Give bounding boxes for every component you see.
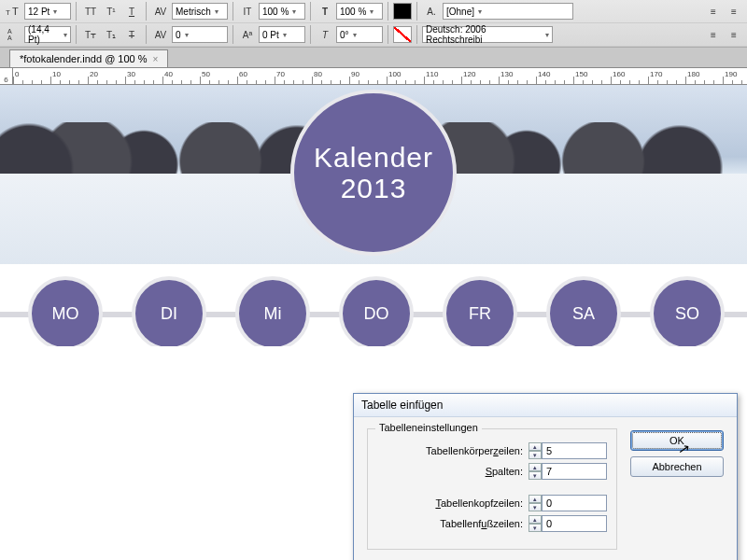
ruler-mark: 180 [687,70,699,78]
ruler-mark: 60 [239,70,247,78]
superscript-icon[interactable]: T¹ [102,3,120,20]
align-left-icon[interactable]: ≡ [704,3,723,20]
skew-icon: T [316,26,334,43]
title-line2: 2013 [341,173,407,203]
vscale-field[interactable]: 100 % [259,3,305,20]
underline-icon[interactable]: T [122,3,141,20]
spinner-up-icon[interactable]: ▴ [529,515,542,524]
ruler-mark: 110 [426,70,438,78]
stroke-swatch[interactable] [393,26,412,43]
align-center-icon[interactable]: ≡ [725,3,743,20]
close-icon[interactable]: × [153,54,159,64]
weekday-circle: Mi [235,276,310,351]
ruler-mark: 40 [164,70,173,78]
spinner-down-icon[interactable]: ▾ [529,503,542,511]
ruler-mark: 160 [613,70,625,78]
foot-rows-label: Tabellenfußzeilen: [440,518,523,529]
strikethrough-icon[interactable]: T [122,26,141,43]
spinner-down-icon[interactable]: ▾ [529,451,542,459]
spinner-down-icon[interactable]: ▾ [529,471,542,480]
ruler-mark: 10 [52,70,61,78]
foot-rows-input[interactable] [542,515,607,532]
table-settings-group: Tabelleneinstellungen Tabellenkörperzeil… [367,428,617,550]
svg-text:A: A [7,35,12,41]
spinner-up-icon[interactable]: ▴ [529,495,542,503]
weekday-circle: DI [132,276,206,351]
ruler-mark: 190 [725,70,737,78]
dialog-title: Tabelle einfügen [354,394,737,417]
leading-field[interactable]: (14,4 Pt) [24,26,71,43]
align2-icon[interactable]: ≡ [704,26,723,43]
weekday-circle: FR [443,276,517,351]
cols-input[interactable] [542,463,607,480]
spinner-down-icon[interactable]: ▾ [529,524,542,532]
ruler-mark: 140 [538,70,550,78]
font-size-icon: TT [4,3,22,20]
ruler-mark: 0 [15,70,19,78]
ruler-mark: 170 [650,70,662,78]
title-line1: Kalender [314,142,433,173]
title-circle: Kalender 2013 [290,90,457,256]
font-size-field[interactable]: 12 Pt [24,3,71,20]
weekday-circle: MO [28,276,103,351]
ruler-mark: 30 [127,70,135,78]
group-legend: Tabelleneinstellungen [375,422,482,433]
head-rows-label: Tabellenkopfzeilen: [435,497,523,509]
ruler-mark: 150 [575,70,587,78]
hscale-icon: T [316,3,334,20]
cols-label: Spalten: [486,466,523,477]
language-field[interactable]: Deutsch: 2006 Rechtschreibi [422,26,553,43]
tracking-field[interactable]: 0 [172,26,228,43]
svg-text:T: T [6,8,10,17]
fill-swatch[interactable] [393,3,412,20]
ruler-mark: 80 [314,70,322,78]
svg-text:T: T [12,6,19,17]
horizontal-ruler: 6 01020304050607080901001101201301401501… [0,68,747,85]
svg-text:A: A [7,28,12,35]
leading-icon: AA [4,26,22,43]
baseline-field[interactable]: 0 Pt [259,26,305,43]
skew-field[interactable]: 0° [336,26,383,43]
hscale-field[interactable]: 100 % [336,3,383,20]
ruler-mark: 100 [388,70,401,78]
align3-icon[interactable]: ≡ [725,26,743,43]
document-tab[interactable]: *fotokalender.indd @ 100 % × [9,49,168,67]
weekday-circle: SA [546,276,621,351]
ruler-mark: 90 [351,70,359,78]
tab-title: *fotokalender.indd @ 100 % [20,53,148,64]
head-rows-input[interactable] [542,495,607,511]
body-rows-input[interactable] [542,442,607,459]
ruler-mark: 130 [500,70,513,78]
allcaps-icon[interactable]: TT [81,3,100,20]
ruler-mark: 120 [463,70,475,78]
vscale-icon: IT [238,3,257,20]
cursor-icon [679,443,694,458]
char-style-field[interactable]: [Ohne] [443,3,573,20]
control-panel: TT 12 Pt TT T¹ T A͏V Metrisch IT 100 % T… [0,0,747,48]
weekday-circle: SO [650,276,725,351]
baseline-icon: Aª [238,26,257,43]
smallcaps-icon[interactable]: Tᴛ [81,26,100,43]
spinner-up-icon[interactable]: ▴ [529,442,542,451]
body-rows-label: Tabellenkörperzeilen: [426,445,523,456]
insert-table-dialog: Tabelle einfügen Tabelleneinstellungen T… [353,393,738,560]
kerning-icon: A͏V [151,3,170,20]
kerning-field[interactable]: Metrisch [172,3,228,20]
ruler-mark: 50 [202,70,210,78]
tracking-icon: AV [151,26,170,43]
char-style-icon: A. [422,3,441,20]
spinner-up-icon[interactable]: ▴ [529,463,542,471]
weekday-circle: DO [339,276,414,351]
document-canvas[interactable]: Kalender 2013 MODIMiDOFRSASO Tabelle ein… [0,85,747,560]
subscript-icon[interactable]: T₁ [102,26,120,43]
ruler-mark: 70 [276,70,285,78]
ruler-origin: 6 [0,68,13,84]
ruler-mark: 20 [90,70,98,78]
cancel-button[interactable]: Abbrechen [630,456,724,477]
document-tabbar: *fotokalender.indd @ 100 % × [0,48,747,68]
